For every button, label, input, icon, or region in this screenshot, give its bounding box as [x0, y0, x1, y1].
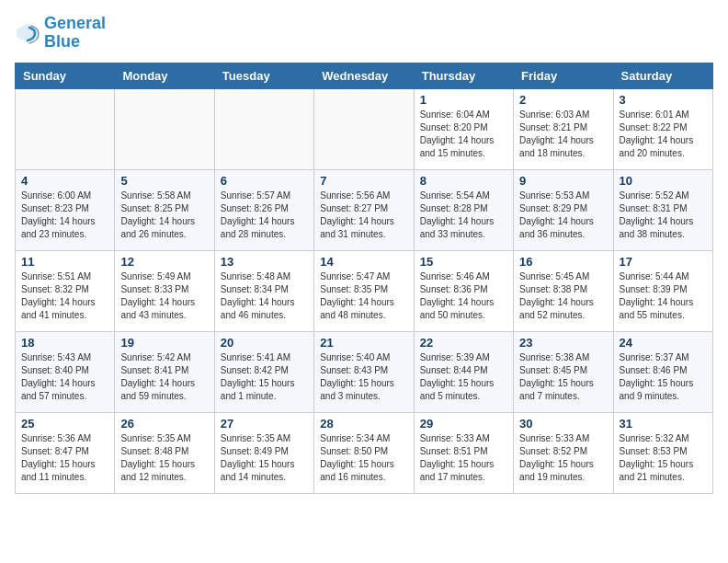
cell-info: Sunrise: 5:34 AM Sunset: 8:50 PM Dayligh…: [320, 432, 407, 484]
calendar-cell: 24Sunrise: 5:37 AM Sunset: 8:46 PM Dayli…: [613, 331, 712, 412]
day-number: 5: [120, 174, 208, 188]
cell-info: Sunrise: 5:54 AM Sunset: 8:28 PM Dayligh…: [420, 190, 507, 241]
calendar-cell: 25Sunrise: 5:36 AM Sunset: 8:47 PM Dayli…: [16, 412, 115, 493]
cell-info: Sunrise: 5:36 AM Sunset: 8:47 PM Dayligh…: [21, 432, 108, 484]
day-number: 3: [620, 93, 707, 107]
calendar-cell: 23Sunrise: 5:38 AM Sunset: 8:45 PM Dayli…: [514, 331, 613, 412]
cell-info: Sunrise: 5:48 AM Sunset: 8:34 PM Dayligh…: [221, 270, 308, 322]
calendar-cell: 18Sunrise: 5:43 AM Sunset: 8:40 PM Dayli…: [16, 331, 115, 412]
calendar-cell: 13Sunrise: 5:48 AM Sunset: 8:34 PM Dayli…: [214, 250, 313, 331]
day-number: 2: [519, 93, 607, 107]
day-number: 30: [519, 417, 607, 431]
day-number: 8: [420, 174, 507, 188]
calendar-cell: 8Sunrise: 5:54 AM Sunset: 8:28 PM Daylig…: [414, 169, 513, 250]
day-number: 27: [221, 417, 308, 431]
calendar-cell: 12Sunrise: 5:49 AM Sunset: 8:33 PM Dayli…: [115, 250, 214, 331]
cell-info: Sunrise: 6:01 AM Sunset: 8:22 PM Dayligh…: [620, 109, 707, 160]
cell-info: Sunrise: 5:57 AM Sunset: 8:26 PM Dayligh…: [221, 190, 308, 241]
calendar-cell: 2Sunrise: 6:03 AM Sunset: 8:21 PM Daylig…: [514, 88, 613, 169]
calendar-week-2: 4Sunrise: 6:00 AM Sunset: 8:23 PM Daylig…: [16, 169, 713, 250]
cell-info: Sunrise: 5:58 AM Sunset: 8:25 PM Dayligh…: [120, 190, 208, 241]
calendar-cell: 22Sunrise: 5:39 AM Sunset: 8:44 PM Dayli…: [414, 331, 513, 412]
cell-info: Sunrise: 5:33 AM Sunset: 8:52 PM Dayligh…: [519, 432, 607, 484]
day-number: 19: [120, 336, 208, 350]
day-number: 11: [21, 255, 108, 269]
calendar-cell: 15Sunrise: 5:46 AM Sunset: 8:36 PM Dayli…: [414, 250, 513, 331]
page-header: General Blue: [15, 15, 713, 52]
cell-info: Sunrise: 5:56 AM Sunset: 8:27 PM Dayligh…: [320, 190, 407, 241]
cell-info: Sunrise: 5:42 AM Sunset: 8:41 PM Dayligh…: [120, 351, 208, 403]
cell-info: Sunrise: 6:04 AM Sunset: 8:20 PM Dayligh…: [420, 109, 507, 160]
cell-info: Sunrise: 5:39 AM Sunset: 8:44 PM Dayligh…: [420, 351, 507, 403]
calendar-cell: 3Sunrise: 6:01 AM Sunset: 8:22 PM Daylig…: [613, 88, 712, 169]
calendar-week-5: 25Sunrise: 5:36 AM Sunset: 8:47 PM Dayli…: [16, 412, 713, 493]
calendar-cell: 16Sunrise: 5:45 AM Sunset: 8:38 PM Dayli…: [514, 250, 613, 331]
calendar-cell: 7Sunrise: 5:56 AM Sunset: 8:27 PM Daylig…: [314, 169, 414, 250]
cell-info: Sunrise: 5:38 AM Sunset: 8:45 PM Dayligh…: [519, 351, 607, 403]
calendar-cell: 6Sunrise: 5:57 AM Sunset: 8:26 PM Daylig…: [214, 169, 313, 250]
day-number: 14: [320, 255, 407, 269]
weekday-header-wednesday: Wednesday: [314, 63, 414, 88]
calendar-cell: 27Sunrise: 5:35 AM Sunset: 8:49 PM Dayli…: [214, 412, 313, 493]
day-number: 21: [320, 336, 407, 350]
cell-info: Sunrise: 6:03 AM Sunset: 8:21 PM Dayligh…: [519, 109, 607, 160]
day-number: 16: [519, 255, 607, 269]
cell-info: Sunrise: 5:46 AM Sunset: 8:36 PM Dayligh…: [420, 270, 507, 322]
day-number: 29: [420, 417, 507, 431]
cell-info: Sunrise: 5:41 AM Sunset: 8:42 PM Dayligh…: [221, 351, 308, 403]
day-number: 28: [320, 417, 407, 431]
calendar-cell: 21Sunrise: 5:40 AM Sunset: 8:43 PM Dayli…: [314, 331, 414, 412]
day-number: 6: [221, 174, 308, 188]
day-number: 4: [21, 174, 108, 188]
day-number: 24: [620, 336, 707, 350]
cell-info: Sunrise: 5:35 AM Sunset: 8:48 PM Dayligh…: [120, 432, 208, 484]
calendar-cell: 29Sunrise: 5:33 AM Sunset: 8:51 PM Dayli…: [414, 412, 513, 493]
calendar-cell: 19Sunrise: 5:42 AM Sunset: 8:41 PM Dayli…: [115, 331, 214, 412]
calendar-cell: 11Sunrise: 5:51 AM Sunset: 8:32 PM Dayli…: [16, 250, 115, 331]
cell-info: Sunrise: 5:47 AM Sunset: 8:35 PM Dayligh…: [320, 270, 407, 322]
cell-info: Sunrise: 5:35 AM Sunset: 8:49 PM Dayligh…: [221, 432, 308, 484]
day-number: 15: [420, 255, 507, 269]
cell-info: Sunrise: 5:52 AM Sunset: 8:31 PM Dayligh…: [620, 190, 707, 241]
calendar-cell: 5Sunrise: 5:58 AM Sunset: 8:25 PM Daylig…: [115, 169, 214, 250]
calendar-cell: 9Sunrise: 5:53 AM Sunset: 8:29 PM Daylig…: [514, 169, 613, 250]
day-number: 25: [21, 417, 108, 431]
calendar-week-1: 1Sunrise: 6:04 AM Sunset: 8:20 PM Daylig…: [16, 88, 713, 169]
cell-info: Sunrise: 5:40 AM Sunset: 8:43 PM Dayligh…: [320, 351, 407, 403]
day-number: 1: [420, 93, 507, 107]
calendar-header-row: SundayMondayTuesdayWednesdayThursdayFrid…: [16, 63, 713, 88]
weekday-header-monday: Monday: [115, 63, 214, 88]
cell-info: Sunrise: 6:00 AM Sunset: 8:23 PM Dayligh…: [21, 190, 108, 241]
calendar-cell: 4Sunrise: 6:00 AM Sunset: 8:23 PM Daylig…: [16, 169, 115, 250]
day-number: 20: [221, 336, 308, 350]
day-number: 10: [620, 174, 707, 188]
calendar-body: 1Sunrise: 6:04 AM Sunset: 8:20 PM Daylig…: [16, 88, 713, 493]
calendar-cell: 10Sunrise: 5:52 AM Sunset: 8:31 PM Dayli…: [613, 169, 712, 250]
cell-info: Sunrise: 5:43 AM Sunset: 8:40 PM Dayligh…: [21, 351, 108, 403]
day-number: 13: [221, 255, 308, 269]
calendar-cell: 28Sunrise: 5:34 AM Sunset: 8:50 PM Dayli…: [314, 412, 414, 493]
day-number: 18: [21, 336, 108, 350]
cell-info: Sunrise: 5:32 AM Sunset: 8:53 PM Dayligh…: [620, 432, 707, 484]
calendar-cell: 20Sunrise: 5:41 AM Sunset: 8:42 PM Dayli…: [214, 331, 313, 412]
weekday-header-friday: Friday: [514, 63, 613, 88]
cell-info: Sunrise: 5:45 AM Sunset: 8:38 PM Dayligh…: [519, 270, 607, 322]
day-number: 26: [120, 417, 208, 431]
day-number: 31: [620, 417, 707, 431]
weekday-header-thursday: Thursday: [414, 63, 513, 88]
day-number: 23: [519, 336, 607, 350]
calendar-cell: 31Sunrise: 5:32 AM Sunset: 8:53 PM Dayli…: [613, 412, 712, 493]
cell-info: Sunrise: 5:53 AM Sunset: 8:29 PM Dayligh…: [519, 190, 607, 241]
calendar-cell: 14Sunrise: 5:47 AM Sunset: 8:35 PM Dayli…: [314, 250, 414, 331]
cell-info: Sunrise: 5:44 AM Sunset: 8:39 PM Dayligh…: [620, 270, 707, 322]
day-number: 17: [620, 255, 707, 269]
calendar-cell: [214, 88, 313, 169]
calendar-cell: 17Sunrise: 5:44 AM Sunset: 8:39 PM Dayli…: [613, 250, 712, 331]
day-number: 22: [420, 336, 507, 350]
calendar-week-4: 18Sunrise: 5:43 AM Sunset: 8:40 PM Dayli…: [16, 331, 713, 412]
calendar-cell: [16, 88, 115, 169]
weekday-header-sunday: Sunday: [16, 63, 115, 88]
calendar-cell: 26Sunrise: 5:35 AM Sunset: 8:48 PM Dayli…: [115, 412, 214, 493]
calendar-cell: 1Sunrise: 6:04 AM Sunset: 8:20 PM Daylig…: [414, 88, 513, 169]
calendar-cell: [115, 88, 214, 169]
